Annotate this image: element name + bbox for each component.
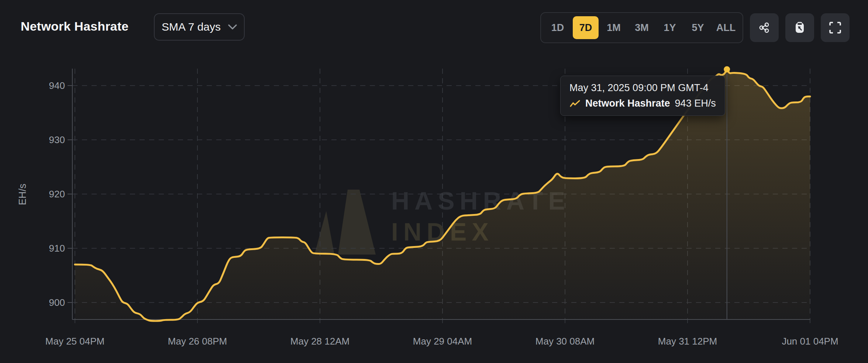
range-button-all[interactable]: ALL	[713, 16, 739, 39]
share-button[interactable]	[750, 13, 779, 42]
snapshot-clipboard-icon	[792, 20, 807, 35]
x-tick-label: May 25 04PM	[45, 336, 104, 347]
x-tick-label: May 30 08AM	[535, 336, 595, 347]
x-tick-label: May 26 08PM	[168, 336, 227, 347]
sma-dropdown-label: SMA 7 days	[162, 21, 221, 33]
header-controls: 1D7D1M3M1Y5YALL	[540, 12, 850, 43]
snapshot-button[interactable]	[785, 13, 814, 42]
x-tick-label: May 31 12PM	[658, 336, 717, 347]
fullscreen-icon	[828, 20, 843, 35]
x-tick-label: Jun 01 04PM	[782, 336, 838, 347]
range-button-1d[interactable]: 1D	[545, 16, 571, 39]
y-tick-label: 940	[49, 80, 65, 91]
chevron-down-icon	[228, 24, 237, 30]
tooltip-timestamp: May 31, 2025 09:00 PM GMT-4	[569, 82, 716, 94]
tooltip-series-label: Network Hashrate	[585, 98, 670, 109]
y-tick-label: 900	[49, 297, 65, 308]
fullscreen-button[interactable]	[821, 13, 850, 42]
hashrate-chart[interactable]: HASHRATE INDEX 900910920930940May 25 04P…	[0, 0, 868, 363]
sma-dropdown[interactable]: SMA 7 days	[154, 13, 245, 41]
y-tick-label: 930	[49, 134, 65, 145]
y-tick-label: 910	[49, 243, 65, 254]
sparkline-icon	[569, 100, 581, 108]
range-button-7d[interactable]: 7D	[573, 16, 599, 39]
x-tick-label: May 29 04AM	[413, 336, 472, 347]
range-selector: 1D7D1M3M1Y5YALL	[540, 12, 743, 43]
page-root: { "header": { "title": "Network Hashrate…	[0, 0, 868, 363]
page-title: Network Hashrate	[21, 19, 128, 34]
x-tick-label: May 28 12AM	[290, 336, 349, 347]
highlight-dot	[724, 66, 730, 72]
tooltip-value: 943 EH/s	[675, 98, 716, 109]
y-axis-unit-label: EH/s	[17, 184, 28, 205]
range-button-1y[interactable]: 1Y	[657, 16, 683, 39]
y-tick-label: 920	[49, 189, 65, 200]
range-button-3m[interactable]: 3M	[629, 16, 655, 39]
share-icon	[757, 20, 772, 35]
chart-tooltip: May 31, 2025 09:00 PM GMT-4 Network Hash…	[560, 76, 725, 116]
range-button-1m[interactable]: 1M	[601, 16, 627, 39]
range-button-5y[interactable]: 5Y	[685, 16, 711, 39]
